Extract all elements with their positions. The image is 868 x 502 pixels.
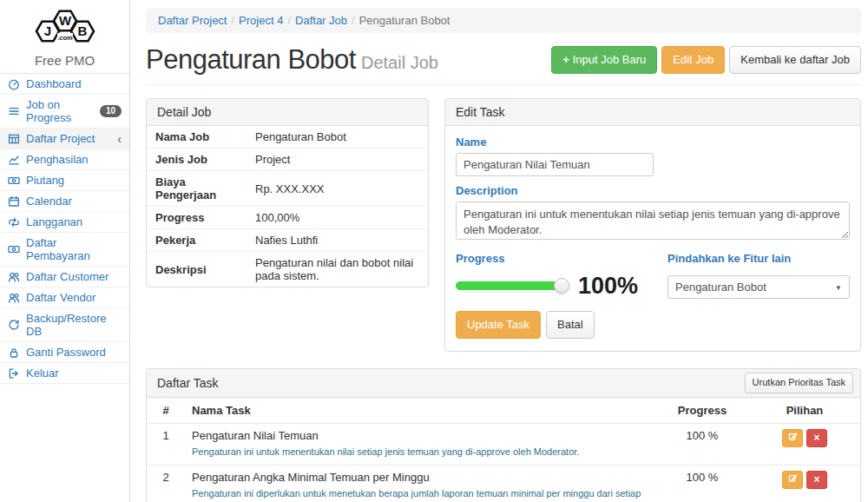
progress-percent-text: 100% xyxy=(578,273,638,300)
detail-value: Pengaturan nilai dan bobot nilai pada si… xyxy=(247,252,428,287)
dashboard-icon xyxy=(8,78,20,90)
sidebar-item-label: Ganti Password xyxy=(26,346,106,359)
urutkan-prioritas-task-button-top[interactable]: Urutkan Prioritas Task xyxy=(745,373,853,393)
table-row: 2 Pengaturan Angka Minimal Temuan per Mi… xyxy=(147,465,860,502)
edit-task-button[interactable] xyxy=(782,471,803,489)
sidebar-item-daftar-customer[interactable]: Daftar Customer xyxy=(0,267,129,287)
table-row: Jenis JobProject xyxy=(147,149,428,171)
breadcrumb-link-daftar-job[interactable]: Daftar Job xyxy=(295,14,347,27)
lock-icon xyxy=(8,347,20,359)
breadcrumb-link-daftar-project[interactable]: Daftar Project xyxy=(158,14,227,27)
move-feature-select-wrap: Pengaturan Bobot ▼ xyxy=(667,275,850,299)
sidebar-item-langganan[interactable]: Langganan xyxy=(0,212,129,233)
sign-out-icon xyxy=(8,367,20,380)
detail-label: Jenis Job xyxy=(147,149,247,171)
progress-move-row: Progress 100% Pindahkan ke Fitur lain xyxy=(456,244,850,299)
sidebar-item-label: Daftar Project xyxy=(26,132,95,145)
name-label: Name xyxy=(456,135,850,149)
job-count-badge: 10 xyxy=(100,105,122,117)
task-name-input[interactable] xyxy=(456,153,654,176)
input-job-baru-button[interactable]: +Input Job Baru xyxy=(551,46,657,74)
line-chart-icon xyxy=(8,154,20,166)
detail-value: Rp. XXX.XXX xyxy=(247,171,428,207)
detail-value: 100,00% xyxy=(247,207,428,229)
update-task-button[interactable]: Update Task xyxy=(456,311,541,339)
task-name-cell: Pengaturan Angka Minimal Temuan per Ming… xyxy=(185,465,655,502)
sidebar-item-dashboard[interactable]: Dashboard xyxy=(0,74,129,95)
breadcrumb-separator: / xyxy=(283,14,295,27)
detail-job-panel: Detail Job Nama JobPengaturan Bobot Jeni… xyxy=(146,98,429,287)
table-row: DeskripsiPengaturan nilai dan bobot nila… xyxy=(147,252,428,287)
sidebar-item-label: Langganan xyxy=(26,215,82,228)
description-label: Description xyxy=(456,184,850,197)
sidebar-item-ganti-password[interactable]: Ganti Password xyxy=(0,342,129,363)
edit-task-form: Name Description Pengaturan ini untuk me… xyxy=(445,126,860,351)
detail-job-panel-title: Detail Job xyxy=(147,99,428,126)
money-icon xyxy=(8,243,20,255)
logo-letter-w: W xyxy=(58,13,71,28)
table-row: PekerjaNafies Luthfi xyxy=(147,229,428,252)
column-header-pilihan: Pilihan xyxy=(749,398,860,424)
sidebar-item-label: Penghasilan xyxy=(26,153,89,166)
users-icon xyxy=(8,271,20,283)
breadcrumb-current: Pengaturan Bobot xyxy=(359,14,450,27)
page-subtitle: Detail Job xyxy=(361,53,438,72)
edit-task-panel: Edit Task Name Description Pengaturan in… xyxy=(444,98,861,352)
progress-label: Progress xyxy=(456,252,638,265)
input-job-baru-label: Input Job Baru xyxy=(573,53,647,66)
sidebar-item-daftar-pembayaran[interactable]: Daftar Pembayaran xyxy=(0,233,129,267)
task-description-textarea[interactable]: Pengaturan ini untuk menentukan nilai se… xyxy=(456,201,850,240)
breadcrumb-link-project-4[interactable]: Project 4 xyxy=(239,14,283,27)
task-name: Pengaturan Angka Minimal Temuan per Ming… xyxy=(192,471,648,484)
column-header-number: # xyxy=(147,398,185,424)
money-icon xyxy=(8,175,20,187)
sidebar-menu: Dashboard Job on Progress 10 Daftar Proj… xyxy=(0,74,129,384)
detail-value: Nafies Luthfi xyxy=(247,229,428,252)
logo-com-text: .com xyxy=(57,34,73,42)
table-row: Biaya PengerjaanRp. XXX.XXX xyxy=(147,171,428,207)
chevron-left-icon: ‹ xyxy=(117,133,122,145)
task-actions: × xyxy=(749,465,860,502)
sidebar-item-keluar[interactable]: Keluar xyxy=(0,363,129,384)
column-header-nama-task: Nama Task xyxy=(185,398,655,424)
sidebar-item-label: Dashboard xyxy=(26,77,82,90)
edit-job-button[interactable]: Edit Job xyxy=(661,46,725,74)
sidebar-item-job-on-progress[interactable]: Job on Progress 10 xyxy=(0,95,129,129)
move-feature-label: Pindahkan ke Fitur lain xyxy=(667,252,850,265)
app-window: J W B .com Free PMO Dashboard Job on Pro… xyxy=(0,0,868,502)
list-icon xyxy=(8,105,20,117)
sidebar-item-piutang[interactable]: Piutang xyxy=(0,170,129,191)
sidebar-item-label: Backup/Restore DB xyxy=(26,312,122,338)
page-title-text: Pengaturan Bobot xyxy=(146,44,356,75)
sidebar-item-calendar[interactable]: Calendar xyxy=(0,191,129,212)
sidebar-item-label: Job on Progress xyxy=(26,98,94,124)
sidebar-item-daftar-project[interactable]: Daftar Project ‹ xyxy=(0,129,129,149)
main-content: Daftar Project/Project 4/Daftar Job/Peng… xyxy=(130,0,868,502)
task-table: # Nama Task Progress Pilihan 1 Pengatura… xyxy=(147,398,860,502)
task-description: Pengaturan ini diperlukan untuk menetuka… xyxy=(192,486,648,502)
delete-task-button[interactable]: × xyxy=(806,429,827,447)
progress-slider[interactable] xyxy=(456,281,562,290)
sidebar-item-label: Daftar Customer xyxy=(26,270,108,283)
users-icon xyxy=(8,292,20,304)
task-actions: × xyxy=(749,423,860,465)
kembali-ke-daftar-job-button[interactable]: Kembali ke daftar Job xyxy=(729,46,861,74)
delete-task-button[interactable]: × xyxy=(806,471,827,489)
progress-slider-handle[interactable] xyxy=(554,278,569,294)
sidebar-item-backup-restore[interactable]: Backup/Restore DB xyxy=(0,308,129,342)
edit-task-button[interactable] xyxy=(782,429,803,447)
sidebar-item-penghasilan[interactable]: Penghasilan xyxy=(0,149,129,170)
task-table-header-row: # Nama Task Progress Pilihan xyxy=(147,398,860,424)
detail-label: Nama Job xyxy=(147,126,247,149)
jwb-logo: J W B .com xyxy=(29,6,102,48)
logo-letter-b: B xyxy=(77,23,87,38)
logo-block: J W B .com Free PMO xyxy=(0,0,129,74)
move-feature-select[interactable]: Pengaturan Bobot xyxy=(667,275,850,299)
task-number: 1 xyxy=(147,423,185,465)
batal-button[interactable]: Batal xyxy=(546,311,595,339)
task-number: 2 xyxy=(147,465,185,502)
detail-value: Project xyxy=(247,149,428,171)
sidebar-item-daftar-vendor[interactable]: Daftar Vendor xyxy=(0,287,129,308)
calendar-icon xyxy=(8,195,20,208)
sidebar-item-label: Daftar Pembayaran xyxy=(26,236,122,262)
